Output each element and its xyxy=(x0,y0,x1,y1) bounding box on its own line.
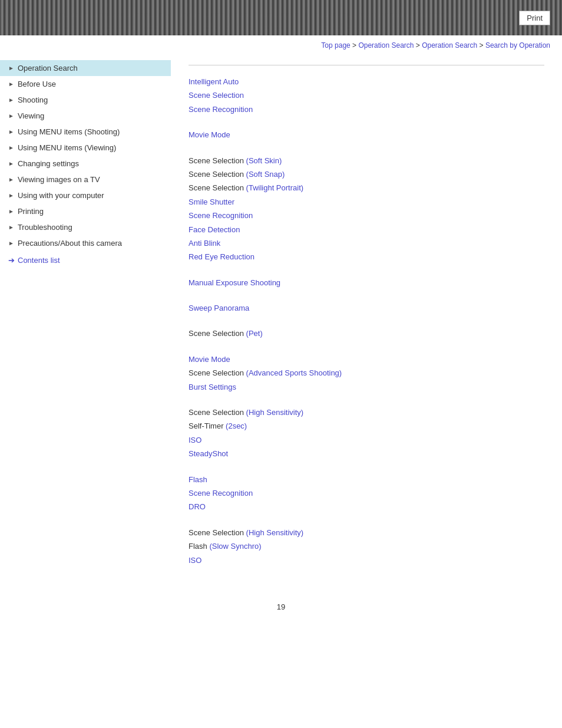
contents-list-label: Contents list xyxy=(18,256,60,265)
link-iso-1[interactable]: ISO xyxy=(189,433,544,447)
link-anti-blink[interactable]: Anti Blink xyxy=(189,236,544,250)
arrow-right-icon: ➔ xyxy=(8,256,15,265)
text-scene-high-sensitivity-1: Scene Selection (High Sensitivity) xyxy=(189,406,544,419)
sidebar-item-label: Before Use xyxy=(18,80,56,88)
link-red-eye-reduction[interactable]: Red Eye Reduction xyxy=(189,250,544,263)
text-scene-twilight-portrait: Scene Selection (Twilight Portrait) xyxy=(189,181,544,195)
sidebar-item-label: Printing xyxy=(18,207,44,216)
arrow-icon: ► xyxy=(8,129,14,135)
arrow-icon: ► xyxy=(8,160,14,167)
link-scene-selection-1[interactable]: Scene Selection xyxy=(189,88,544,102)
sidebar-item-using-computer[interactable]: ► Using with your computer xyxy=(0,187,171,203)
sidebar-item-label: Changing settings xyxy=(18,159,79,168)
sidebar-item-viewing[interactable]: ► Viewing xyxy=(0,108,171,124)
content-group-1: Intelligent Auto Scene Selection Scene R… xyxy=(189,75,544,116)
sidebar-item-label: Precautions/About this camera xyxy=(18,239,122,248)
sidebar-item-precautions[interactable]: ► Precautions/About this camera xyxy=(0,235,171,251)
link-slow-synchro[interactable]: (Slow Synchro) xyxy=(209,542,261,551)
text-flash-slow-synchro: Flash (Slow Synchro) xyxy=(189,539,544,553)
content-group-8: Scene Selection (High Sensitivity) Self-… xyxy=(189,406,544,461)
sidebar-item-label: Viewing images on a TV xyxy=(18,175,100,184)
content-group-6: Scene Selection (Pet) xyxy=(189,327,544,340)
sidebar-item-label: Using MENU items (Viewing) xyxy=(18,143,116,152)
sidebar: ► Operation Search ► Before Use ► Shooti… xyxy=(0,54,171,591)
arrow-icon: ► xyxy=(8,208,14,215)
sidebar-item-label: Using MENU items (Shooting) xyxy=(18,127,120,136)
arrow-icon: ► xyxy=(8,65,14,71)
link-scene-recognition-2[interactable]: Scene Recognition xyxy=(189,209,544,222)
content-group-4: Manual Exposure Shooting xyxy=(189,276,544,289)
link-sweep-panorama[interactable]: Sweep Panorama xyxy=(189,301,544,315)
sidebar-item-label: Troubleshooting xyxy=(18,223,72,232)
contents-list-link[interactable]: ➔ Contents list xyxy=(0,251,171,268)
sidebar-item-label: Using with your computer xyxy=(18,191,104,200)
link-steadyshot[interactable]: SteadyShot xyxy=(189,447,544,460)
arrow-icon: ► xyxy=(8,224,14,230)
text-scene-soft-skin: Scene Selection (Soft Skin) xyxy=(189,154,544,167)
link-dro[interactable]: DRO xyxy=(189,500,544,513)
link-scene-recognition-3[interactable]: Scene Recognition xyxy=(189,486,544,500)
sidebar-item-label: Shooting xyxy=(18,95,48,104)
content-group-2: Movie Mode xyxy=(189,128,544,141)
arrow-icon: ► xyxy=(8,97,14,103)
content-area: Intelligent Auto Scene Selection Scene R… xyxy=(171,54,562,591)
page-number: 19 xyxy=(0,591,562,617)
link-flash-1[interactable]: Flash xyxy=(189,473,544,486)
text-scene-soft-snap: Scene Selection (Soft Snap) xyxy=(189,167,544,181)
content-group-3: Scene Selection (Soft Skin) Scene Select… xyxy=(189,154,544,264)
content-group-7: Movie Mode Scene Selection (Advanced Spo… xyxy=(189,353,544,394)
link-soft-snap[interactable]: (Soft Snap) xyxy=(246,170,285,179)
content-divider xyxy=(189,65,544,65)
breadcrumb: Top page > Operation Search > Operation … xyxy=(0,35,562,54)
header-bar: Print xyxy=(0,0,562,35)
sidebar-item-operation-search[interactable]: ► Operation Search xyxy=(0,60,171,76)
text-self-timer: Self-Timer (2sec) xyxy=(189,419,544,433)
sidebar-item-using-menu-shooting[interactable]: ► Using MENU items (Shooting) xyxy=(0,124,171,140)
arrow-icon: ► xyxy=(8,81,14,87)
sidebar-item-label: Viewing xyxy=(18,111,44,120)
link-burst-settings[interactable]: Burst Settings xyxy=(189,380,544,394)
sidebar-item-printing[interactable]: ► Printing xyxy=(0,203,171,219)
sidebar-item-before-use[interactable]: ► Before Use xyxy=(0,76,171,92)
link-face-detection[interactable]: Face Detection xyxy=(189,223,544,236)
arrow-icon: ► xyxy=(8,113,14,119)
sidebar-item-label: Operation Search xyxy=(18,64,78,73)
sidebar-item-shooting[interactable]: ► Shooting xyxy=(0,92,171,108)
print-button[interactable]: Print xyxy=(519,11,550,25)
link-manual-exposure[interactable]: Manual Exposure Shooting xyxy=(189,276,544,289)
link-iso-2[interactable]: ISO xyxy=(189,554,544,567)
sidebar-item-troubleshooting[interactable]: ► Troubleshooting xyxy=(0,219,171,235)
link-scene-recognition-1[interactable]: Scene Recognition xyxy=(189,103,544,116)
text-scene-high-sensitivity-2: Scene Selection (High Sensitivity) xyxy=(189,526,544,539)
breadcrumb-search-by-operation[interactable]: Search by Operation xyxy=(485,41,550,50)
link-2sec[interactable]: (2sec) xyxy=(226,421,247,430)
link-movie-mode-1[interactable]: Movie Mode xyxy=(189,128,544,141)
content-group-5: Sweep Panorama xyxy=(189,301,544,315)
link-high-sensitivity-2[interactable]: (High Sensitivity) xyxy=(246,528,304,537)
sidebar-item-using-menu-viewing[interactable]: ► Using MENU items (Viewing) xyxy=(0,140,171,156)
arrow-icon: ► xyxy=(8,240,14,246)
breadcrumb-operation-search-2[interactable]: Operation Search xyxy=(422,41,477,50)
link-advanced-sports[interactable]: (Advanced Sports Shooting) xyxy=(246,368,342,377)
sidebar-item-changing-settings[interactable]: ► Changing settings xyxy=(0,156,171,172)
link-pet[interactable]: (Pet) xyxy=(246,329,263,338)
breadcrumb-top-page[interactable]: Top page xyxy=(321,41,350,50)
arrow-icon: ► xyxy=(8,176,14,183)
text-scene-pet: Scene Selection (Pet) xyxy=(189,327,544,340)
content-group-10: Scene Selection (High Sensitivity) Flash… xyxy=(189,526,544,567)
arrow-icon: ► xyxy=(8,192,14,199)
breadcrumb-operation-search-1[interactable]: Operation Search xyxy=(358,41,414,50)
main-layout: ► Operation Search ► Before Use ► Shooti… xyxy=(0,54,562,591)
link-smile-shutter[interactable]: Smile Shutter xyxy=(189,195,544,209)
link-high-sensitivity-1[interactable]: (High Sensitivity) xyxy=(246,408,304,417)
link-twilight-portrait[interactable]: (Twilight Portrait) xyxy=(246,183,304,192)
text-scene-advanced-sports: Scene Selection (Advanced Sports Shootin… xyxy=(189,366,544,380)
sidebar-item-viewing-tv[interactable]: ► Viewing images on a TV xyxy=(0,172,171,187)
link-intelligent-auto[interactable]: Intelligent Auto xyxy=(189,75,544,88)
link-soft-skin[interactable]: (Soft Skin) xyxy=(246,156,282,165)
link-movie-mode-2[interactable]: Movie Mode xyxy=(189,353,544,366)
content-group-9: Flash Scene Recognition DRO xyxy=(189,473,544,514)
arrow-icon: ► xyxy=(8,144,14,151)
